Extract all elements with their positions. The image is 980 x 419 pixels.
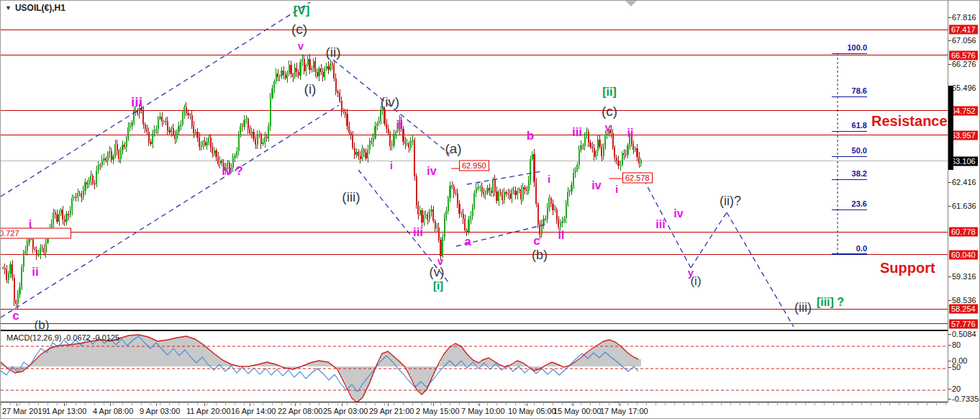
price-axis-label: 65.496 <box>952 84 976 92</box>
price-axis-label: 59.316 <box>952 272 976 281</box>
macd-plot <box>1 331 948 402</box>
time-axis-tick <box>295 403 296 406</box>
price-chart[interactable]: 100.078.661.850.038.223.60.0 [V](c)v(ii)… <box>1 1 948 330</box>
time-axis-label: 1 Apr 13:00 <box>46 407 86 415</box>
price-level-badge: 66.576 <box>949 50 978 60</box>
price-callout: 0.727 <box>1 228 71 239</box>
time-axis-label: 25 Apr 03:00 <box>323 407 368 415</box>
time-axis-label: 7 May 10:00 <box>461 407 505 415</box>
time-axis-label: 16 Apr 14:00 <box>231 407 276 415</box>
resistance-label: Resistance <box>871 113 948 130</box>
fib-level-label: 23.6 <box>852 199 867 208</box>
time-axis-label: 2 May 15:00 <box>416 407 460 415</box>
macd-axis-label: -0.7335 <box>952 395 979 403</box>
time-axis-minor-ticks <box>1 403 948 405</box>
macd-axis-label: 20 <box>952 384 961 393</box>
price-axis-label: 67.816 <box>952 13 976 22</box>
time-axis-tick <box>527 403 527 406</box>
macd-pane[interactable]: MACD(12,26,9) -0.0672 -0.0125 <box>1 330 948 402</box>
price-level-badge: 60.040 <box>949 250 978 259</box>
fib-level-label: 0.0 <box>856 244 867 253</box>
time-axis[interactable]: 27 Mar 20191 Apr 13:004 Apr 08:009 Apr 0… <box>1 403 980 419</box>
time-axis-label: 22 Apr 08:00 <box>278 407 322 415</box>
symbol-title: ▼ USOIL(€),H1 <box>5 3 65 13</box>
price-level-badge: 58.254 <box>949 305 978 314</box>
price-axis-label: 62.416 <box>952 178 976 186</box>
axis-highlight-bar <box>948 86 953 170</box>
price-axis[interactable]: 67.81667.05666.27665.49662.41661.63659.3… <box>948 1 980 330</box>
time-axis-label: 29 Apr 21:00 <box>369 407 414 415</box>
chart-window: ▼ USOIL(€),H1 100.078.661.850.038.223.60… <box>0 0 980 419</box>
price-level-badge: 67.417 <box>949 25 978 35</box>
time-axis-tick <box>156 403 157 406</box>
time-axis-label: 17 May 17:00 <box>600 407 648 415</box>
macd-axis[interactable]: 0.5084800.005020-0.7335 <box>948 330 980 402</box>
price-level-badge: 60.778 <box>949 227 978 237</box>
price-callout: 62.578 <box>622 173 653 184</box>
macd-axis-label: 50 <box>952 363 961 371</box>
fib-level-label: 61.8 <box>852 121 867 130</box>
time-axis-label: 11 Apr 20:00 <box>186 407 231 415</box>
time-axis-tick <box>388 403 389 406</box>
price-level-badge: 57.776 <box>949 319 978 328</box>
time-axis-tick <box>204 403 205 406</box>
support-label: Support <box>880 260 935 276</box>
price-axis-label: 66.276 <box>952 60 976 68</box>
time-axis-tick <box>479 403 480 406</box>
symbol-dropdown-icon[interactable]: ▼ <box>5 5 12 12</box>
time-axis-tick <box>342 403 342 406</box>
time-axis-label: 10 May 05:00 <box>508 407 556 415</box>
time-axis-tick <box>64 403 65 406</box>
time-axis-tick <box>110 403 111 406</box>
symbol-title-label: USOIL(€),H1 <box>15 3 65 13</box>
fib-level-label: 38.2 <box>852 169 867 178</box>
price-axis-label: 61.636 <box>952 202 976 210</box>
macd-axis-label: 0.5084 <box>952 330 976 338</box>
price-axis-label: 58.536 <box>952 296 976 305</box>
time-axis-tick <box>17 403 17 406</box>
time-axis-label: 27 Mar 2019 <box>2 407 47 415</box>
time-axis-label: 15 May 00:00 <box>553 407 602 415</box>
time-axis-tick <box>250 403 250 406</box>
price-callout: 62.950 <box>459 161 489 171</box>
macd-values: -0.0672 -0.0125 <box>63 333 119 342</box>
fib-level-label: 78.6 <box>852 86 867 95</box>
time-axis-tick <box>433 403 434 406</box>
price-axis-label: 67.056 <box>952 36 976 45</box>
time-axis-tick <box>620 403 620 406</box>
fib-level-label: 100.0 <box>847 43 867 52</box>
time-axis-tick <box>573 403 573 406</box>
chart-shift-marker-icon[interactable] <box>625 1 637 6</box>
time-axis-label: 4 Apr 08:00 <box>93 407 133 415</box>
fib-level-label: 50.0 <box>852 146 867 155</box>
macd-axis-label: 80 <box>952 341 961 349</box>
macd-indicator-label: MACD(12,26,9) -0.0672 -0.0125 <box>6 333 119 342</box>
time-axis-label: 9 Apr 03:00 <box>140 407 180 415</box>
